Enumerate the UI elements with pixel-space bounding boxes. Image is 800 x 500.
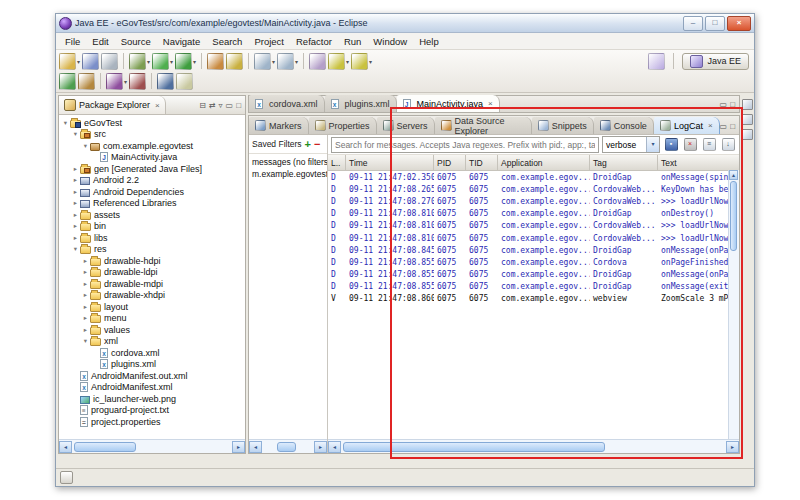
view-menu-icon[interactable]: ▿ bbox=[219, 101, 223, 110]
restore-views-icon[interactable] bbox=[742, 99, 753, 110]
filters-hscrollbar-thumb[interactable] bbox=[277, 442, 297, 452]
back-button[interactable]: ▾ bbox=[327, 53, 350, 70]
minimize-button[interactable]: – bbox=[683, 16, 703, 31]
menu-source[interactable]: Source bbox=[115, 35, 157, 48]
add-filter-icon[interactable]: + bbox=[305, 138, 311, 150]
package-explorer-hscrollbar-thumb[interactable] bbox=[74, 442, 136, 452]
new-wizard-button[interactable]: ▾ bbox=[58, 53, 81, 70]
minimize-editor-icon[interactable]: ▭ bbox=[720, 100, 728, 109]
tree-item-androidmanifest-out-xml[interactable]: AndroidManifest.out.xml bbox=[59, 370, 245, 382]
scroll-right-icon[interactable]: ▸ bbox=[726, 441, 739, 453]
forward-button[interactable]: ▾ bbox=[350, 53, 373, 70]
tree-collapsed-arrow-icon[interactable]: ▸ bbox=[71, 199, 80, 207]
menu-help[interactable]: Help bbox=[413, 35, 445, 48]
tree-collapsed-arrow-icon[interactable]: ▸ bbox=[71, 222, 80, 230]
tree-item-xml[interactable]: ▾xml bbox=[59, 336, 245, 348]
titlebar[interactable]: Java EE - eGovTest/src/com/example/egovt… bbox=[56, 14, 754, 33]
tree-item-plugins-xml[interactable]: plugins.xml bbox=[59, 359, 245, 371]
tree-collapsed-arrow-icon[interactable]: ▸ bbox=[71, 188, 80, 196]
dropdown-arrow-icon[interactable]: ▾ bbox=[271, 58, 275, 65]
dropdown-arrow-icon[interactable]: ▾ bbox=[123, 78, 127, 85]
close-button[interactable]: × bbox=[727, 16, 751, 31]
tree-collapsed-arrow-icon[interactable]: ▸ bbox=[71, 211, 80, 219]
maximize-button[interactable]: □ bbox=[705, 16, 725, 31]
dropdown-arrow-icon[interactable]: ▾ bbox=[76, 58, 80, 65]
tree-collapsed-arrow-icon[interactable]: ▸ bbox=[81, 326, 90, 334]
maximize-editor-icon[interactable]: □ bbox=[730, 100, 735, 109]
tab-properties[interactable]: Properties bbox=[309, 117, 377, 134]
log-row[interactable]: D09-11 21:47:08.27060756075com.example.e… bbox=[328, 195, 739, 207]
log-level-dropdown[interactable]: verbose ▾ bbox=[602, 136, 660, 153]
tree-item-libs[interactable]: ▸libs bbox=[59, 232, 245, 244]
editor-tab-plugins-xml[interactable]: plugins.xml bbox=[325, 95, 397, 112]
tree-collapsed-arrow-icon[interactable]: ▸ bbox=[81, 268, 90, 276]
dropdown-arrow-icon[interactable]: ▾ bbox=[192, 58, 196, 65]
last-edit-location-button[interactable] bbox=[308, 53, 327, 70]
tree-item-res[interactable]: ▾res bbox=[59, 244, 245, 256]
package-explorer-hscrollbar[interactable]: ◂▸ bbox=[59, 439, 245, 453]
open-type-button[interactable] bbox=[156, 73, 175, 90]
run-button[interactable]: ▾ bbox=[151, 53, 174, 70]
filters-hscrollbar-track[interactable] bbox=[262, 441, 314, 453]
external-tools-button[interactable]: ▾ bbox=[174, 53, 197, 70]
log-row[interactable]: D09-11 21:47:08.85560756075com.example.e… bbox=[328, 256, 739, 268]
tab-markers[interactable]: Markers bbox=[249, 117, 309, 134]
junit-button[interactable] bbox=[128, 73, 147, 90]
log-vertical-scrollbar[interactable]: ▴ bbox=[728, 170, 739, 439]
tab-package-explorer[interactable]: Package Explorer × bbox=[59, 96, 166, 114]
tree-item-values[interactable]: ▸values bbox=[59, 324, 245, 336]
print-button[interactable] bbox=[100, 53, 119, 70]
tree-item-com-example-egovtest[interactable]: ▾com.example.egovtest bbox=[59, 140, 245, 152]
tab-snippets[interactable]: Snippets bbox=[532, 117, 594, 134]
search-button[interactable] bbox=[225, 53, 244, 70]
scroll-up-icon[interactable]: ▴ bbox=[729, 170, 738, 180]
tree-collapsed-arrow-icon[interactable]: ▸ bbox=[81, 303, 90, 311]
log-row[interactable]: D09-11 21:47:08.84560756075com.example.e… bbox=[328, 244, 739, 256]
menu-run[interactable]: Run bbox=[338, 35, 367, 48]
log-hscrollbar-track[interactable] bbox=[341, 441, 726, 453]
tab-servers[interactable]: Servers bbox=[377, 117, 435, 134]
dropdown-arrow-icon[interactable]: ▾ bbox=[345, 58, 349, 65]
scroll-left-icon[interactable]: ◂ bbox=[328, 441, 341, 453]
column-header-time[interactable]: Time bbox=[346, 155, 434, 170]
menu-edit[interactable]: Edit bbox=[86, 35, 114, 48]
tree-item-referenced-libraries[interactable]: ▸Referenced Libraries bbox=[59, 198, 245, 210]
minimize-panel-icon[interactable]: ▭ bbox=[720, 122, 728, 131]
save-log-button[interactable]: ▪ bbox=[663, 137, 679, 152]
new-java-class-button[interactable] bbox=[58, 73, 77, 90]
editor-tab-cordova-xml[interactable]: cordova.xml bbox=[249, 95, 325, 112]
scroll-left-icon[interactable]: ◂ bbox=[59, 441, 72, 453]
tree-expanded-arrow-icon[interactable]: ▾ bbox=[81, 142, 90, 150]
log-row[interactable]: D09-11 21:47:08.81060756075com.example.e… bbox=[328, 208, 739, 220]
coverage-button[interactable]: ▾ bbox=[105, 73, 128, 90]
tree-item-drawable-ldpi[interactable]: ▸drawable-ldpi bbox=[59, 267, 245, 279]
tree-collapsed-arrow-icon[interactable]: ▸ bbox=[71, 234, 80, 242]
tree-expanded-arrow-icon[interactable]: ▾ bbox=[71, 130, 80, 138]
tree-item-assets[interactable]: ▸assets bbox=[59, 209, 245, 221]
log-vertical-scrollbar-thumb[interactable] bbox=[730, 181, 737, 251]
menu-project[interactable]: Project bbox=[248, 35, 290, 48]
log-row[interactable]: V09-11 21:47:08.86060756075com.example.e… bbox=[328, 293, 739, 305]
open-perspective-icon[interactable] bbox=[648, 53, 665, 70]
next-annotation-button[interactable]: ▾ bbox=[253, 53, 276, 70]
log-row[interactable]: D09-11 21:47:08.85560756075com.example.e… bbox=[328, 281, 739, 293]
tree-item-layout[interactable]: ▸layout bbox=[59, 301, 245, 313]
dropdown-arrow-icon[interactable]: ▾ bbox=[146, 58, 150, 65]
chevron-down-icon[interactable]: ▾ bbox=[646, 137, 659, 152]
search-input[interactable] bbox=[331, 137, 599, 153]
maximize-panel-icon[interactable]: □ bbox=[730, 122, 735, 131]
debug-button[interactable]: ▾ bbox=[128, 53, 151, 70]
java-ee-perspective-button[interactable]: Java EE bbox=[682, 53, 749, 70]
filter-item[interactable]: messages (no filters) bbox=[249, 156, 327, 168]
log-hscrollbar[interactable]: ◂▸ bbox=[328, 439, 739, 453]
column-header-l[interactable]: L.. bbox=[328, 155, 346, 170]
save-button[interactable] bbox=[81, 53, 100, 70]
tree-item-cordova-xml[interactable]: cordova.xml bbox=[59, 347, 245, 359]
editor-tab-mainactivity-java[interactable]: MainActivity.java× bbox=[397, 95, 500, 112]
tree-item-drawable-xhdpi[interactable]: ▸drawable-xhdpi bbox=[59, 290, 245, 302]
log-row[interactable]: D09-11 21:47:08.81060756075com.example.e… bbox=[328, 220, 739, 232]
tree-item-bin[interactable]: ▸bin bbox=[59, 221, 245, 233]
log-row[interactable]: D09-11 21:47:02.35060756075com.example.e… bbox=[328, 171, 739, 183]
new-servlet-button[interactable] bbox=[206, 53, 225, 70]
filter-item[interactable]: m.example.egovtest (... bbox=[249, 168, 327, 180]
